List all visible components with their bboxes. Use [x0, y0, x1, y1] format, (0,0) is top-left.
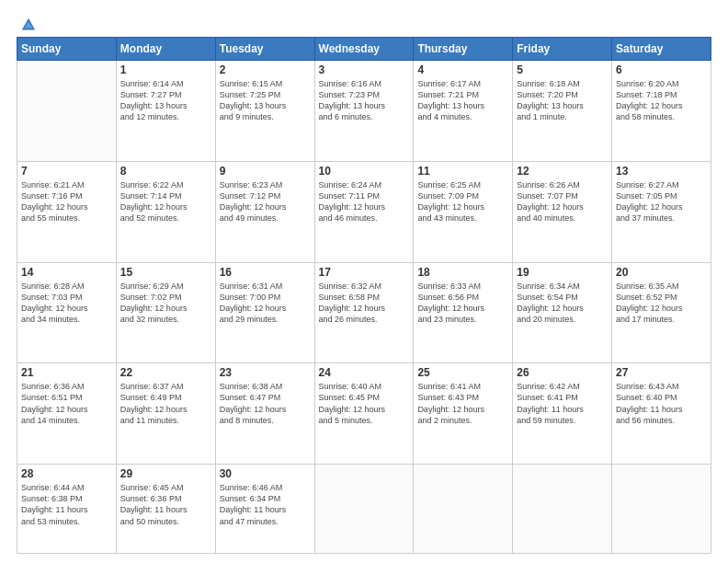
day-info: Sunrise: 6:41 AM Sunset: 6:43 PM Dayligh…: [417, 381, 508, 426]
calendar-week-5: 28Sunrise: 6:44 AM Sunset: 6:38 PM Dayli…: [17, 465, 711, 554]
calendar-cell: 28Sunrise: 6:44 AM Sunset: 6:38 PM Dayli…: [17, 465, 117, 554]
day-info: Sunrise: 6:36 AM Sunset: 6:51 PM Dayligh…: [21, 381, 112, 426]
calendar-cell: 30Sunrise: 6:46 AM Sunset: 6:34 PM Dayli…: [215, 465, 314, 554]
logo-text: [17, 17, 37, 33]
day-number: 9: [220, 165, 311, 178]
day-number: 24: [319, 366, 410, 379]
day-info: Sunrise: 6:34 AM Sunset: 6:54 PM Dayligh…: [517, 281, 608, 326]
day-info: Sunrise: 6:31 AM Sunset: 7:00 PM Dayligh…: [220, 281, 311, 326]
calendar-cell: 24Sunrise: 6:40 AM Sunset: 6:45 PM Dayli…: [314, 363, 414, 465]
calendar-header-saturday: Saturday: [612, 38, 711, 61]
calendar-cell: [17, 61, 117, 162]
calendar-cell: 12Sunrise: 6:26 AM Sunset: 7:07 PM Dayli…: [513, 161, 612, 262]
day-info: Sunrise: 6:25 AM Sunset: 7:09 PM Dayligh…: [417, 179, 508, 224]
calendar-cell: 15Sunrise: 6:29 AM Sunset: 7:02 PM Dayli…: [116, 262, 215, 363]
day-number: 5: [517, 63, 608, 76]
calendar-cell: 29Sunrise: 6:45 AM Sunset: 6:36 PM Dayli…: [116, 465, 215, 554]
calendar-header-row: SundayMondayTuesdayWednesdayThursdayFrid…: [17, 38, 711, 61]
day-number: 30: [220, 467, 311, 480]
day-number: 16: [220, 266, 311, 279]
calendar-cell: 26Sunrise: 6:42 AM Sunset: 6:41 PM Dayli…: [513, 363, 612, 465]
calendar-cell: 13Sunrise: 6:27 AM Sunset: 7:05 PM Dayli…: [612, 161, 711, 262]
calendar-cell: 11Sunrise: 6:25 AM Sunset: 7:09 PM Dayli…: [414, 161, 513, 262]
calendar-cell: 6Sunrise: 6:20 AM Sunset: 7:18 PM Daylig…: [612, 61, 711, 162]
day-number: 14: [21, 266, 112, 279]
day-number: 8: [120, 165, 211, 178]
day-number: 17: [319, 266, 410, 279]
day-info: Sunrise: 6:45 AM Sunset: 6:36 PM Dayligh…: [120, 482, 211, 527]
day-info: Sunrise: 6:20 AM Sunset: 7:18 PM Dayligh…: [616, 78, 707, 123]
day-number: 23: [220, 366, 311, 379]
calendar-cell: 17Sunrise: 6:32 AM Sunset: 6:58 PM Dayli…: [314, 262, 414, 363]
calendar-cell: 21Sunrise: 6:36 AM Sunset: 6:51 PM Dayli…: [17, 363, 117, 465]
day-info: Sunrise: 6:21 AM Sunset: 7:16 PM Dayligh…: [21, 179, 112, 224]
calendar-cell: 1Sunrise: 6:14 AM Sunset: 7:27 PM Daylig…: [116, 61, 215, 162]
day-number: 10: [319, 165, 410, 178]
calendar-header-sunday: Sunday: [17, 38, 117, 61]
day-number: 1: [120, 63, 211, 76]
calendar-cell: 16Sunrise: 6:31 AM Sunset: 7:00 PM Dayli…: [215, 262, 314, 363]
calendar-week-3: 14Sunrise: 6:28 AM Sunset: 7:03 PM Dayli…: [17, 262, 711, 363]
calendar-cell: 14Sunrise: 6:28 AM Sunset: 7:03 PM Dayli…: [17, 262, 117, 363]
day-info: Sunrise: 6:15 AM Sunset: 7:25 PM Dayligh…: [220, 78, 311, 123]
day-info: Sunrise: 6:40 AM Sunset: 6:45 PM Dayligh…: [319, 381, 410, 426]
day-info: Sunrise: 6:42 AM Sunset: 6:41 PM Dayligh…: [517, 381, 608, 426]
calendar-header-monday: Monday: [116, 38, 215, 61]
day-info: Sunrise: 6:46 AM Sunset: 6:34 PM Dayligh…: [220, 482, 311, 527]
calendar-cell: 23Sunrise: 6:38 AM Sunset: 6:47 PM Dayli…: [215, 363, 314, 465]
calendar-cell: [314, 465, 414, 554]
day-number: 12: [517, 165, 608, 178]
calendar-cell: 20Sunrise: 6:35 AM Sunset: 6:52 PM Dayli…: [612, 262, 711, 363]
header: [17, 17, 711, 29]
calendar-header-friday: Friday: [513, 38, 612, 61]
day-number: 27: [616, 366, 707, 379]
calendar-week-1: 1Sunrise: 6:14 AM Sunset: 7:27 PM Daylig…: [17, 61, 711, 162]
day-info: Sunrise: 6:28 AM Sunset: 7:03 PM Dayligh…: [21, 281, 112, 326]
day-info: Sunrise: 6:18 AM Sunset: 7:20 PM Dayligh…: [517, 78, 608, 123]
calendar-week-2: 7Sunrise: 6:21 AM Sunset: 7:16 PM Daylig…: [17, 161, 711, 262]
calendar-cell: 10Sunrise: 6:24 AM Sunset: 7:11 PM Dayli…: [314, 161, 414, 262]
day-info: Sunrise: 6:37 AM Sunset: 6:49 PM Dayligh…: [120, 381, 211, 426]
day-number: 22: [120, 366, 211, 379]
day-info: Sunrise: 6:44 AM Sunset: 6:38 PM Dayligh…: [21, 482, 112, 527]
calendar-cell: 4Sunrise: 6:17 AM Sunset: 7:21 PM Daylig…: [414, 61, 513, 162]
day-number: 18: [417, 266, 508, 279]
calendar-cell: 8Sunrise: 6:22 AM Sunset: 7:14 PM Daylig…: [116, 161, 215, 262]
day-info: Sunrise: 6:14 AM Sunset: 7:27 PM Dayligh…: [120, 78, 211, 123]
day-number: 4: [417, 63, 508, 76]
calendar-cell: 27Sunrise: 6:43 AM Sunset: 6:40 PM Dayli…: [612, 363, 711, 465]
day-number: 25: [417, 366, 508, 379]
calendar-header-wednesday: Wednesday: [314, 38, 414, 61]
day-number: 21: [21, 366, 112, 379]
day-info: Sunrise: 6:27 AM Sunset: 7:05 PM Dayligh…: [616, 179, 707, 224]
calendar-cell: [513, 465, 612, 554]
day-info: Sunrise: 6:38 AM Sunset: 6:47 PM Dayligh…: [220, 381, 311, 426]
day-info: Sunrise: 6:35 AM Sunset: 6:52 PM Dayligh…: [616, 281, 707, 326]
day-number: 3: [319, 63, 410, 76]
calendar-cell: 19Sunrise: 6:34 AM Sunset: 6:54 PM Dayli…: [513, 262, 612, 363]
day-number: 7: [21, 165, 112, 178]
day-number: 6: [616, 63, 707, 76]
day-number: 29: [120, 467, 211, 480]
day-number: 28: [21, 467, 112, 480]
calendar-header-thursday: Thursday: [414, 38, 513, 61]
calendar-cell: [612, 465, 711, 554]
day-info: Sunrise: 6:17 AM Sunset: 7:21 PM Dayligh…: [417, 78, 508, 123]
calendar-cell: 5Sunrise: 6:18 AM Sunset: 7:20 PM Daylig…: [513, 61, 612, 162]
day-number: 19: [517, 266, 608, 279]
day-info: Sunrise: 6:22 AM Sunset: 7:14 PM Dayligh…: [120, 179, 211, 224]
day-info: Sunrise: 6:23 AM Sunset: 7:12 PM Dayligh…: [220, 179, 311, 224]
day-number: 2: [220, 63, 311, 76]
day-number: 15: [120, 266, 211, 279]
day-info: Sunrise: 6:16 AM Sunset: 7:23 PM Dayligh…: [319, 78, 410, 123]
calendar-cell: 7Sunrise: 6:21 AM Sunset: 7:16 PM Daylig…: [17, 161, 117, 262]
calendar-cell: 9Sunrise: 6:23 AM Sunset: 7:12 PM Daylig…: [215, 161, 314, 262]
day-info: Sunrise: 6:33 AM Sunset: 6:56 PM Dayligh…: [417, 281, 508, 326]
day-info: Sunrise: 6:24 AM Sunset: 7:11 PM Dayligh…: [319, 179, 410, 224]
day-number: 26: [517, 366, 608, 379]
day-info: Sunrise: 6:29 AM Sunset: 7:02 PM Dayligh…: [120, 281, 211, 326]
page: SundayMondayTuesdayWednesdayThursdayFrid…: [0, 0, 728, 563]
calendar-cell: 25Sunrise: 6:41 AM Sunset: 6:43 PM Dayli…: [414, 363, 513, 465]
logo: [17, 17, 37, 29]
calendar-cell: 22Sunrise: 6:37 AM Sunset: 6:49 PM Dayli…: [116, 363, 215, 465]
